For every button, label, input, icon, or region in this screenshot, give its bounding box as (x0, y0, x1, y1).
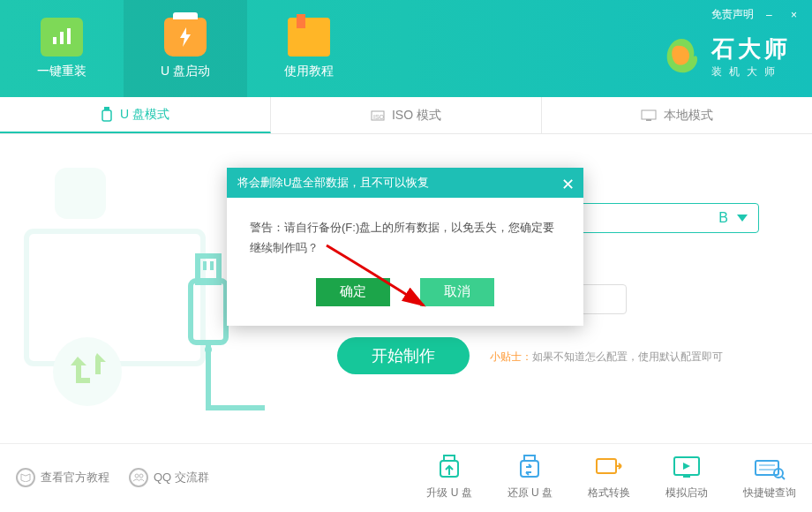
svg-rect-2 (67, 28, 71, 44)
svg-point-17 (135, 474, 139, 478)
svg-rect-9 (26, 231, 203, 364)
keyboard-search-icon (754, 454, 786, 482)
confirm-dialog: 将会删除U盘全部数据，且不可以恢复 ✕ 警告：请自行备份(F:)盘上的所有数据，… (227, 168, 583, 326)
svg-rect-12 (191, 281, 226, 343)
tool-shortcut-label: 快捷键查询 (743, 486, 796, 501)
restore-usb-icon (514, 454, 545, 482)
upgrade-usb-icon (433, 454, 465, 482)
tool-restore[interactable]: 还原 U 盘 (508, 454, 553, 501)
svg-rect-1 (60, 32, 64, 44)
ok-button[interactable]: 确定 (316, 278, 390, 306)
start-button[interactable]: 开始制作 (337, 337, 470, 374)
tab-iso[interactable]: ISO ISO 模式 (271, 97, 542, 133)
shield-bolt-icon (164, 18, 207, 56)
people-icon (129, 468, 148, 487)
brand: 石大师 装机大师 (660, 34, 791, 79)
svg-rect-14 (203, 261, 207, 270)
format-convert-icon (593, 454, 625, 482)
tab-iso-label: ISO 模式 (392, 108, 441, 124)
svg-point-18 (139, 474, 143, 478)
tool-upgrade-label: 升级 U 盘 (426, 486, 471, 501)
simulate-icon (671, 454, 703, 482)
cancel-button[interactable]: 取消 (420, 278, 494, 306)
help-qq-label: QQ 交流群 (154, 470, 209, 486)
svg-rect-4 (102, 110, 111, 121)
mode-tabs: U 盘模式 ISO ISO 模式 本地模式 (0, 97, 812, 134)
tip-body: 如果不知道怎么配置，使用默认配置即可 (532, 350, 723, 363)
tool-format[interactable]: 格式转换 (588, 454, 630, 501)
tip-text: 小贴士：如果不知道怎么配置，使用默认配置即可 (490, 350, 723, 365)
tools-row: 升级 U 盘 还原 U 盘 格式转换 模拟启动 快捷键查询 (426, 454, 796, 501)
bottom-bar: 查看官方教程 QQ 交流群 升级 U 盘 还原 U 盘 格式转换 模拟启动 快捷… (0, 443, 812, 510)
tool-upgrade[interactable]: 升级 U 盘 (426, 454, 471, 501)
disclaimer-link[interactable]: 免责声明 (711, 7, 754, 22)
svg-line-30 (782, 477, 785, 479)
minimize-button[interactable]: – (766, 9, 778, 21)
tab-usb-label: U 盘模式 (120, 107, 169, 123)
tab-usb[interactable]: U 盘模式 (0, 97, 271, 133)
svg-text:ISO: ISO (373, 114, 385, 120)
window-controls: 免责声明 – × (711, 7, 803, 22)
dialog-title: 将会删除U盘全部数据，且不可以恢复 ✕ (227, 168, 583, 198)
book-icon (288, 18, 330, 56)
svg-rect-11 (53, 337, 122, 406)
monitor-icon (641, 109, 657, 122)
close-button[interactable]: × (791, 9, 803, 21)
dropdown-value: B (718, 210, 728, 226)
nav-usb[interactable]: U 盘启动 (124, 0, 247, 97)
svg-rect-25 (683, 475, 690, 478)
tool-shortcut[interactable]: 快捷键查询 (743, 454, 796, 501)
help-official-label: 查看官方教程 (41, 470, 109, 486)
app-header: 一键重装 U 盘启动 使用教程 免责声明 – × 石大师 装机大师 (0, 0, 812, 97)
tool-format-label: 格式转换 (588, 486, 630, 501)
nav-tutorial-label: 使用教程 (284, 64, 334, 79)
dialog-actions: 确定 取消 (227, 267, 583, 326)
svg-rect-10 (55, 168, 106, 219)
svg-rect-0 (53, 37, 56, 44)
brand-title: 石大师 (711, 34, 791, 64)
tool-simulate-label: 模拟启动 (665, 486, 708, 501)
dialog-close-icon[interactable]: ✕ (561, 175, 575, 194)
dialog-title-text: 将会删除U盘全部数据，且不可以恢复 (237, 175, 429, 191)
dialog-body: 警告：请自行备份(F:)盘上的所有数据，以免丢失，您确定要继续制作吗？ (227, 198, 583, 267)
tab-local-label: 本地模式 (664, 108, 713, 124)
iso-icon: ISO (371, 109, 385, 123)
nav-reinstall[interactable]: 一键重装 (0, 0, 124, 97)
brand-logo-icon (660, 35, 703, 78)
tip-label: 小贴士： (490, 350, 532, 363)
help-official[interactable]: 查看官方教程 (16, 468, 109, 487)
nav-reinstall-label: 一键重装 (37, 64, 86, 79)
svg-rect-8 (646, 119, 651, 121)
svg-point-16 (205, 346, 212, 353)
tool-restore-label: 还原 U 盘 (508, 486, 553, 501)
tab-local[interactable]: 本地模式 (542, 97, 812, 133)
usb-icon (101, 107, 113, 123)
svg-rect-15 (210, 261, 214, 270)
svg-rect-22 (521, 461, 538, 477)
brand-subtitle: 装机大师 (711, 64, 791, 79)
help-qq[interactable]: QQ 交流群 (129, 468, 209, 487)
svg-rect-26 (756, 461, 778, 475)
svg-rect-23 (597, 459, 616, 473)
bars-icon (41, 18, 83, 56)
svg-rect-7 (642, 110, 656, 119)
book-open-icon (16, 468, 35, 487)
tool-simulate[interactable]: 模拟启动 (665, 454, 708, 501)
nav-usb-label: U 盘启动 (161, 64, 210, 79)
nav-tutorial[interactable]: 使用教程 (247, 0, 371, 97)
